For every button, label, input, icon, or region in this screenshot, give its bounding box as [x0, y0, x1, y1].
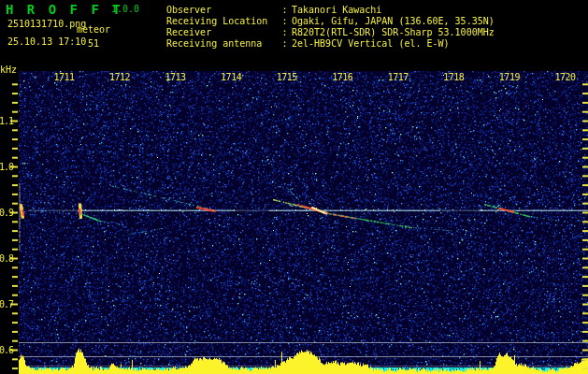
time-tick-label: 1718	[439, 72, 467, 82]
observation-info: Observer:Takanori KawachiReceiving Locat…	[166, 5, 495, 50]
mode-label: meteor	[77, 24, 110, 35]
freq-unit-label: kHz	[0, 65, 17, 75]
info-value: Ogaki, Gifu, JAPAN (136.60E, 35.35N)	[292, 16, 495, 27]
info-label: Receiving antenna	[166, 38, 278, 50]
info-separator: :	[278, 27, 292, 38]
info-separator: :	[278, 16, 292, 27]
time-tick-label: 1716	[328, 72, 356, 82]
freq-tick-label: 0.6	[0, 346, 12, 355]
time-tick-label: 1714	[217, 72, 245, 82]
info-label: Receiver	[166, 27, 278, 38]
spectrogram-canvas	[0, 0, 588, 374]
time-tick-label: 1712	[106, 72, 134, 82]
app-title: H R O F F T	[6, 2, 123, 17]
app-version: 1.0.0	[111, 4, 139, 14]
time-tick-label: 1719	[495, 72, 523, 82]
hrofft-screen: H R O F F T 1.0.0 2510131710.png meteor …	[0, 0, 588, 374]
time-tick-label: 1711	[50, 72, 79, 82]
freq-tick-label: 1.1	[0, 117, 12, 126]
datetime-label: 25.10.13 17:10	[7, 36, 86, 47]
info-value: Takanori Kawachi	[292, 5, 381, 16]
info-label: Observer	[166, 5, 278, 16]
info-row: Receiver:R820T2(RTL-SDR) SDR-Sharp 53.10…	[166, 27, 495, 38]
freq-tick-label: 0.9	[0, 209, 12, 218]
time-tick-label: 1717	[384, 72, 412, 82]
file-name: 2510131710.png	[7, 19, 86, 29]
info-separator: :	[278, 5, 292, 16]
info-value: R820T2(RTL-SDR) SDR-Sharp 53.1000MHz	[292, 27, 495, 38]
echo-count: 51	[88, 38, 99, 49]
info-row: Receiving Location:Ogaki, Gifu, JAPAN (1…	[166, 16, 495, 27]
info-row: Receiving antenna:2el-HB9CV Vertical (el…	[166, 38, 495, 50]
info-label: Receiving Location	[166, 16, 278, 27]
info-value: 2el-HB9CV Vertical (el. E-W)	[292, 38, 450, 50]
time-tick-label: 1713	[162, 72, 190, 82]
info-separator: :	[278, 38, 292, 50]
time-tick-label: 1720	[551, 72, 579, 82]
info-row: Observer:Takanori Kawachi	[166, 5, 495, 16]
freq-tick-label: 0.8	[0, 254, 12, 264]
freq-tick-label: 0.7	[0, 300, 12, 309]
freq-tick-label: 1.0	[0, 163, 12, 172]
time-tick-label: 1715	[273, 72, 301, 82]
